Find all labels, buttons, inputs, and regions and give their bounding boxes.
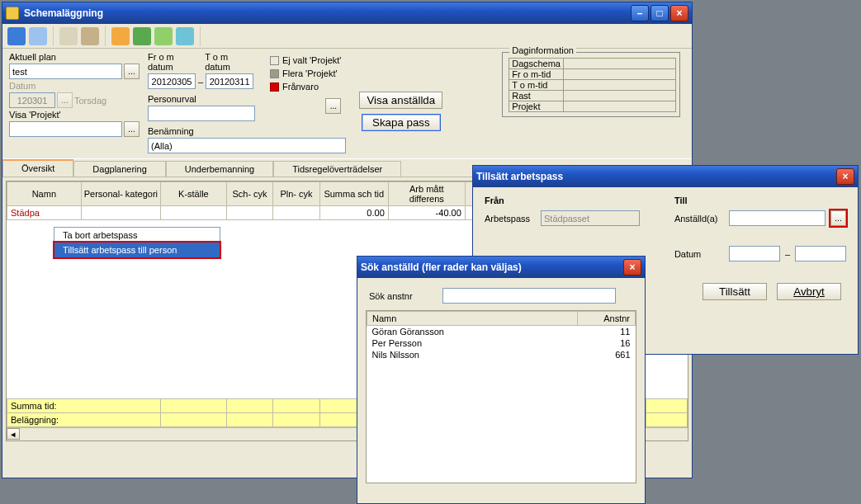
sok-col-anstnr[interactable]: Anstnr	[578, 312, 636, 326]
benamning-label: Benämning	[148, 126, 255, 136]
legend-square-3	[270, 82, 279, 92]
personurval-input[interactable]	[148, 106, 255, 121]
tillsatt-close-button[interactable]: ×	[836, 168, 854, 185]
datum-browse-button: ...	[57, 92, 73, 108]
daginfo-row-3: Rast	[509, 91, 564, 101]
tillsatt-datum-label: Datum	[674, 249, 724, 259]
sok-close-button[interactable]: ×	[623, 259, 641, 276]
tab-tidsregel[interactable]: Tidsregelöverträdelser	[273, 161, 401, 177]
list-item[interactable]: Göran Göransson11	[367, 326, 636, 338]
tillsatt-datum-from[interactable]	[729, 246, 780, 261]
arbetspass-input: Städpasset	[541, 210, 640, 226]
list-item[interactable]: Nils Nilsson661	[367, 349, 636, 360]
aktuell-plan-browse-button[interactable]: ...	[124, 64, 140, 79]
sok-search-label: Sök anstnr	[369, 291, 413, 301]
tom-date-label: T o m datum	[205, 52, 255, 72]
tillsatt-cancel-button[interactable]: Avbryt	[777, 283, 841, 300]
toolbar-sep-2	[105, 26, 106, 46]
main-titlebar: Schemaläggning – □ ×	[2, 2, 692, 24]
from-date-input[interactable]: 20120305	[148, 73, 196, 89]
toolbar-sep-1	[53, 26, 54, 46]
daginfo-val-0	[564, 59, 676, 69]
context-menu: Ta bort arbetspass Tillsätt arbetspass t…	[54, 227, 220, 258]
daginfo-row-2: T o m-tid	[509, 80, 564, 91]
sok-titlebar: Sök anställd (fler rader kan väljas) ×	[357, 257, 645, 278]
belaggning-label: Beläggning:	[7, 413, 161, 427]
tillsatt-title: Tillsätt arbetspass	[476, 171, 563, 182]
minimize-button[interactable]: –	[631, 5, 649, 21]
tab-dagplan[interactable]: Dagplanering	[73, 161, 165, 177]
scroll-left-icon[interactable]: ◂	[7, 428, 20, 440]
datum-input: 120301	[9, 92, 55, 108]
legend-square-2	[270, 69, 279, 78]
grid-row0-name: Städpa	[7, 206, 82, 220]
main-window-title: Schemaläggning	[24, 7, 103, 19]
grid-row0-sum: 0.00	[319, 206, 388, 220]
date-dash: –	[198, 77, 203, 87]
tab-oversikt[interactable]: Översikt	[2, 159, 73, 177]
list-item[interactable]: Per Persson16	[367, 337, 636, 349]
legend-franvaro: Frånvaro	[270, 80, 341, 92]
grid-col-5[interactable]: Summa sch tid	[319, 182, 388, 206]
toolbar-icon-8[interactable]	[176, 27, 194, 45]
arbetspass-label: Arbetspass	[485, 214, 536, 224]
grid-col-6[interactable]: Arb mått differens	[388, 182, 465, 206]
daginfo-title: Daginformation	[509, 45, 576, 55]
visa-projekt-browse-button[interactable]: ...	[124, 121, 140, 137]
tillsatt-ok-button[interactable]: Tillsätt	[703, 283, 767, 300]
tillsatt-datum-to[interactable]	[795, 246, 846, 261]
sok-search-input[interactable]	[442, 288, 616, 304]
upper-panel: Aktuell plan test ... Datum 120301 ... T…	[2, 49, 692, 153]
grid-col-3[interactable]: Sch- cyk	[226, 182, 272, 206]
daginfo-row-1: Fr o m-tid	[509, 69, 564, 80]
legend-flera: Flera 'Projekt'	[270, 67, 341, 78]
datum-day: Torsdag	[74, 96, 106, 106]
grid-row0-diff: -40.00	[388, 206, 465, 220]
grid-col-4[interactable]: Pln- cyk	[273, 182, 319, 206]
anstalld-input[interactable]	[729, 210, 826, 226]
daginfo-val-4	[564, 101, 676, 112]
anstalld-label: Anställd(a)	[674, 214, 724, 224]
close-button[interactable]: ×	[670, 5, 688, 21]
tillsatt-from-title: Från	[485, 195, 650, 205]
sok-col-namn[interactable]: Namn	[367, 312, 578, 326]
sok-dialog: Sök anställd (fler rader kan väljas) × S…	[357, 256, 646, 504]
personurval-browse-button[interactable]: ...	[325, 98, 341, 114]
visa-projekt-input[interactable]	[9, 121, 122, 137]
daginfo-val-1	[564, 69, 676, 80]
tom-date-input[interactable]: 20120311	[206, 73, 253, 89]
toolbar-icon-7[interactable]	[154, 27, 173, 45]
tillsatt-till-title: Till	[674, 195, 846, 205]
toolbar-icon-6[interactable]	[133, 27, 151, 45]
menu-item-remove[interactable]: Ta bort arbetspass	[54, 228, 220, 243]
from-date-label: Fr o m datum	[148, 52, 200, 72]
legend-square-1	[270, 56, 279, 65]
sok-list: Namn Anstnr Göran Göransson11 Per Persso…	[366, 310, 636, 483]
app-icon	[6, 7, 19, 20]
tab-underbem[interactable]: Underbemanning	[166, 161, 273, 177]
daginfo-row-4: Projekt	[509, 101, 564, 112]
visa-projekt-label: Visa 'Projekt'	[9, 110, 140, 120]
toolbar-sep-3	[200, 26, 201, 46]
personurval-label: Personurval	[148, 94, 255, 104]
maximize-button[interactable]: □	[650, 5, 669, 21]
toolbar-icon-5[interactable]	[111, 27, 130, 45]
legend-ej-valt: Ej valt 'Projekt'	[270, 54, 341, 65]
toolbar-icon-1[interactable]	[7, 27, 26, 45]
aktuell-plan-input[interactable]: test	[9, 64, 122, 79]
visa-anstallda-button[interactable]: Visa anställda	[359, 92, 442, 109]
aktuell-plan-label: Aktuell plan	[9, 52, 140, 62]
toolbar-icon-2[interactable]	[29, 27, 47, 45]
grid-col-1[interactable]: Personal- kategori	[81, 182, 160, 206]
daginfo-val-2	[564, 80, 676, 91]
grid-col-2[interactable]: K-ställe	[161, 182, 227, 206]
toolbar-icon-4[interactable]	[81, 27, 99, 45]
skapa-pass-button[interactable]: Skapa pass	[362, 114, 441, 131]
menu-item-assign[interactable]: Tillsätt arbetspass till person	[54, 243, 220, 257]
anstalld-browse-button[interactable]: ...	[830, 210, 846, 226]
grid-col-0[interactable]: Namn	[7, 182, 82, 206]
toolbar-icon-3[interactable]	[59, 27, 78, 45]
daginfo-row-0: Dagschema	[509, 59, 564, 69]
sok-title: Sök anställd (fler rader kan väljas)	[361, 261, 522, 273]
daginfo-val-3	[564, 91, 676, 101]
